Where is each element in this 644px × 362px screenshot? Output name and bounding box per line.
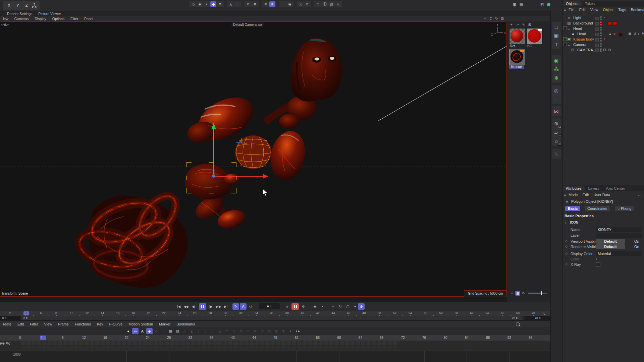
dope-cell[interactable] bbox=[138, 341, 142, 345]
make-editable-icon[interactable]: ◇ bbox=[190, 1, 196, 7]
solo-off-icon[interactable]: ◌ bbox=[280, 1, 286, 7]
dope-cell[interactable] bbox=[143, 341, 148, 345]
quantize-toggle-icon[interactable]: # bbox=[269, 1, 275, 7]
dope-cell[interactable] bbox=[361, 341, 365, 345]
renderer-visibility-state[interactable]: On bbox=[634, 245, 639, 249]
camera-dropdown-icon[interactable]: ▤▾ bbox=[258, 23, 262, 26]
dope-cell[interactable] bbox=[127, 346, 131, 350]
rotate-view-icon[interactable]: ↻ bbox=[494, 16, 499, 21]
axis-z-button[interactable]: Z bbox=[23, 3, 30, 7]
tab-objects[interactable]: Objects bbox=[562, 1, 582, 6]
dope-cell[interactable] bbox=[271, 341, 275, 345]
tree-row-background[interactable]: ▨ Background bbox=[562, 21, 644, 26]
coordinate-system-icon[interactable]: ↺ bbox=[245, 1, 251, 7]
dope-cell[interactable] bbox=[95, 341, 100, 345]
render-region-icon[interactable]: ▣ bbox=[512, 2, 518, 7]
axis-y-button[interactable]: Y bbox=[14, 3, 21, 7]
layout-grid-icon[interactable]: ▦ bbox=[546, 2, 552, 7]
hex-axis-icon[interactable]: ⊙ bbox=[315, 1, 321, 7]
dope-cell[interactable] bbox=[366, 346, 371, 350]
dope-cell[interactable] bbox=[223, 346, 227, 350]
dope-cell[interactable] bbox=[239, 341, 243, 345]
dope-cell[interactable] bbox=[228, 341, 232, 345]
interp-ease-in-icon[interactable]: ⋁ bbox=[217, 328, 223, 334]
menu-item-edit[interactable]: Edit bbox=[17, 322, 24, 326]
workplane-mode-icon[interactable]: ▢ bbox=[234, 1, 240, 7]
dope-cell[interactable] bbox=[281, 346, 286, 350]
symmetry-generator-icon[interactable]: ⋈ bbox=[552, 107, 561, 115]
visibility-dots[interactable] bbox=[600, 48, 602, 53]
menu-item-user-data[interactable]: User Data bbox=[594, 193, 610, 197]
annotate-tool-icon[interactable]: ✎ bbox=[552, 150, 561, 158]
dope-cell[interactable] bbox=[148, 341, 153, 345]
dope-cell[interactable] bbox=[196, 341, 201, 345]
dope-cell[interactable] bbox=[212, 341, 217, 345]
sound-toggle-icon[interactable]: ◁) bbox=[247, 303, 254, 310]
dope-cell[interactable] bbox=[63, 341, 68, 345]
xray-checkbox[interactable] bbox=[596, 262, 600, 267]
edit-material-icon[interactable]: ✎ bbox=[521, 22, 526, 27]
layer-chip[interactable] bbox=[595, 17, 599, 20]
dope-cell[interactable] bbox=[276, 346, 280, 350]
dope-cell[interactable] bbox=[180, 341, 185, 345]
menu-item-display[interactable]: Display bbox=[35, 17, 46, 21]
automatic-mode-icon[interactable]: A bbox=[139, 328, 146, 334]
pan-view-icon[interactable]: ⊹ bbox=[483, 16, 488, 21]
menu-item-panel[interactable]: Panel bbox=[84, 17, 93, 21]
material-label-selected[interactable]: Krasue bbox=[509, 65, 524, 69]
menu-item-object[interactable]: Object bbox=[603, 8, 613, 12]
ramp-keys-icon[interactable]: ⊟ bbox=[174, 328, 181, 334]
dope-cell[interactable] bbox=[255, 341, 259, 345]
dope-cell[interactable] bbox=[170, 346, 174, 350]
anim-diamond-icon[interactable]: ◇ bbox=[565, 245, 568, 248]
dope-cell[interactable] bbox=[313, 346, 318, 350]
layer-chip[interactable] bbox=[595, 44, 599, 47]
range-end-field[interactable]: 70 F bbox=[525, 316, 550, 320]
check-tag-icon[interactable]: ✓ bbox=[603, 16, 606, 19]
menu-item-bookmarks[interactable]: Bookmarks bbox=[176, 322, 195, 326]
dope-cell[interactable] bbox=[351, 346, 355, 350]
menu-item-view[interactable]: View bbox=[44, 322, 52, 326]
dope-cell[interactable] bbox=[132, 346, 137, 350]
layer-chip[interactable] bbox=[595, 49, 599, 52]
key-smooth-icon[interactable]: ≈ bbox=[245, 328, 251, 334]
visibility-dots[interactable] bbox=[600, 43, 602, 48]
dope-cell[interactable] bbox=[217, 341, 222, 345]
display-color-dropdown[interactable]: Material bbox=[596, 251, 642, 256]
protection-tag-icon[interactable]: ⊘ bbox=[634, 32, 636, 36]
mesh-triangle-icon[interactable]: △ bbox=[335, 1, 341, 7]
dope-cell[interactable] bbox=[287, 346, 291, 350]
dope-cell[interactable] bbox=[74, 341, 78, 345]
menu-item-frame[interactable]: Frame bbox=[58, 322, 69, 326]
dope-cell[interactable] bbox=[239, 346, 243, 350]
show-animated-icon[interactable]: ☻ bbox=[146, 328, 153, 334]
dope-cell[interactable] bbox=[377, 346, 381, 350]
dope-cell[interactable] bbox=[95, 346, 100, 350]
visibility-dots-red[interactable] bbox=[600, 21, 602, 26]
promote-material-icon[interactable]: ↗ bbox=[515, 22, 520, 27]
visibility-dots[interactable] bbox=[600, 27, 602, 32]
dope-cell[interactable] bbox=[324, 346, 328, 350]
checker-tag-icon[interactable]: ▦ bbox=[628, 32, 631, 36]
material-thumb-ref[interactable] bbox=[509, 28, 525, 44]
visibility-dots[interactable] bbox=[600, 16, 602, 21]
dope-cell[interactable] bbox=[159, 346, 163, 350]
tree-row-light[interactable]: ☼ Light ✓ bbox=[562, 15, 644, 21]
dope-cell[interactable] bbox=[372, 346, 376, 350]
dope-cell[interactable] bbox=[58, 341, 62, 345]
dope-cell[interactable] bbox=[244, 341, 249, 345]
keyframe-settings-icon[interactable]: ☸ bbox=[300, 303, 307, 310]
layer-chip[interactable] bbox=[595, 27, 599, 31]
axis-x-button[interactable]: X bbox=[5, 3, 13, 7]
dope-cell[interactable] bbox=[47, 341, 52, 345]
dope-cell[interactable] bbox=[101, 346, 105, 350]
active-camera-label[interactable]: Default Camera▤▾ bbox=[231, 22, 264, 27]
dope-cell[interactable] bbox=[164, 341, 169, 345]
tab-layers[interactable]: Layers bbox=[585, 186, 602, 191]
dope-cell[interactable] bbox=[185, 346, 190, 350]
world-axis-icon[interactable] bbox=[31, 3, 37, 8]
dope-cell[interactable] bbox=[223, 341, 227, 345]
interp-step-icon[interactable]: ∟ bbox=[203, 328, 209, 334]
dope-cell[interactable] bbox=[388, 341, 392, 345]
dope-cell[interactable] bbox=[271, 346, 275, 350]
